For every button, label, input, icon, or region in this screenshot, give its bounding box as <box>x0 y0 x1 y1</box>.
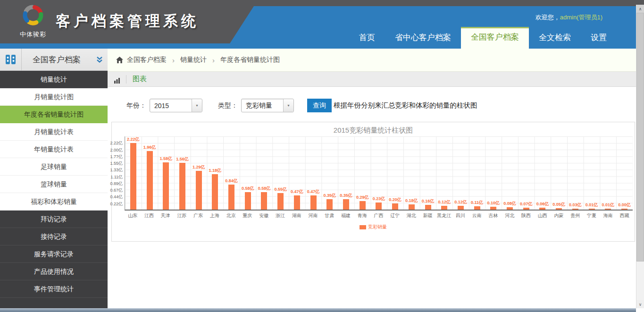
bar[interactable] <box>343 199 349 210</box>
sidebar-item-basketball-sales[interactable]: 篮球销量 <box>0 176 108 193</box>
bar[interactable] <box>360 201 366 210</box>
x-axis-label: 广西 <box>370 212 387 219</box>
bar-slot: 0.47亿 <box>289 136 305 210</box>
bar-slot: 0.10亿 <box>485 136 502 210</box>
bar[interactable] <box>294 195 300 210</box>
bar-value-label: 0.23亿 <box>373 196 385 202</box>
bar[interactable] <box>589 209 595 210</box>
nav-item-national-archive[interactable]: 全国客户档案 <box>461 27 529 49</box>
bar-value-label: 0.18亿 <box>405 198 418 204</box>
bar[interactable] <box>130 143 136 210</box>
sidebar-item-event-management-stats[interactable]: 事件管理统计 <box>0 280 108 298</box>
bar[interactable] <box>326 199 333 210</box>
year-select[interactable]: 2015 ▼ <box>150 99 202 112</box>
bar[interactable] <box>572 209 578 210</box>
tab-chart[interactable]: 图表 <box>133 75 147 84</box>
bar[interactable] <box>212 174 218 210</box>
x-axis-label: 天津 <box>157 212 174 219</box>
nav-item-settings[interactable]: 设置 <box>581 30 617 49</box>
x-axis-label: 贵州 <box>567 212 584 219</box>
nav-item-fulltext-search[interactable]: 全文检索 <box>529 30 581 49</box>
x-axis-label: 广东 <box>190 212 207 219</box>
bar[interactable] <box>409 204 415 210</box>
bar[interactable] <box>507 207 513 210</box>
bar[interactable] <box>490 207 496 210</box>
bar-value-label: 0.06亿 <box>536 201 549 207</box>
bar[interactable] <box>261 192 267 210</box>
filter-description: 根据年份分别来汇总竞彩和体彩的销量的柱状图 <box>334 101 477 110</box>
nav-item-province-archive[interactable]: 省中心客户档案 <box>385 30 461 49</box>
sidebar-item-service-request-records[interactable]: 服务请求记录 <box>0 245 108 263</box>
bar[interactable] <box>179 163 185 210</box>
bar[interactable] <box>441 206 447 210</box>
scroll-up-icon[interactable]: ∧ <box>636 5 644 13</box>
sidebar: 全国客户档案 销量统计 月销量统计图 年度各省销量统计图 月销量统计表 年销量统… <box>0 49 108 308</box>
sidebar-item-monthly-sales-table[interactable]: 月销量统计表 <box>0 123 108 141</box>
search-button[interactable]: 查询 <box>307 99 332 112</box>
chevron-down-icon[interactable]: ▼ <box>192 99 202 112</box>
bar[interactable] <box>425 205 431 210</box>
bar-value-label: 0.47亿 <box>307 189 320 195</box>
bar[interactable] <box>196 171 202 210</box>
bar[interactable] <box>392 203 398 210</box>
chevron-down-icon[interactable]: ▼ <box>283 99 293 112</box>
x-axis-label: 山西 <box>534 212 551 219</box>
bar[interactable] <box>621 209 627 210</box>
bar-value-label: 0.58亿 <box>242 186 254 192</box>
x-axis-label: 吉林 <box>485 212 502 219</box>
bar-slot: 0.00亿 <box>616 136 633 210</box>
bar-chart-icon <box>114 75 126 84</box>
y-tick-label: 2.22亿 <box>110 140 123 146</box>
y-tick-label: 1.33亿 <box>110 167 123 173</box>
sidebar-item-sales-stats[interactable]: 销量统计 <box>0 71 108 88</box>
welcome-user[interactable]: admin(管理员1) <box>560 14 602 21</box>
collapse-chevron-icon[interactable] <box>92 56 108 63</box>
bar[interactable] <box>277 193 284 210</box>
chart-legend[interactable]: 竞彩销量 <box>112 224 635 230</box>
sidebar-header[interactable]: 全国客户档案 <box>0 49 108 71</box>
y-tick-label: 0.44亿 <box>110 194 123 200</box>
bar-slot: 0.12亿 <box>452 136 469 210</box>
breadcrumb-item-annual-province-chart[interactable]: 年度各省销量统计图 <box>220 56 280 64</box>
bar[interactable] <box>376 202 382 210</box>
bar-slot: 0.29亿 <box>354 136 371 210</box>
x-axis-label: 上海 <box>207 212 223 219</box>
sidebar-item-annual-province-sales-chart[interactable]: 年度各省销量统计图 <box>0 106 108 123</box>
bar[interactable] <box>539 208 545 210</box>
sidebar-item-annual-sales-table[interactable]: 年销量统计表 <box>0 141 108 158</box>
horizontal-scrollbar[interactable] <box>0 308 636 312</box>
sidebar-item-monthly-sales-chart[interactable]: 月销量统计图 <box>0 88 108 106</box>
bar[interactable] <box>605 209 611 210</box>
sidebar-item-visit-records[interactable]: 拜访记录 <box>0 211 108 228</box>
bar[interactable] <box>523 208 529 210</box>
bar-value-label: 0.01亿 <box>602 202 614 208</box>
sidebar-item-welfare-sports-lottery-sales[interactable]: 福彩和体彩销量 <box>0 193 108 211</box>
bar[interactable] <box>458 206 464 210</box>
sidebar-item-product-usage[interactable]: 产品使用情况 <box>0 263 108 280</box>
bar[interactable] <box>310 195 317 210</box>
nav-item-home[interactable]: 首页 <box>349 30 385 49</box>
sidebar-item-reception-records[interactable]: 接待记录 <box>0 228 108 245</box>
content: 全国客户档案 › 销量统计 › 年度各省销量统计图 图表 年份： 2015 ▼ … <box>108 49 636 308</box>
vertical-scrollbar-thumb[interactable] <box>636 13 644 261</box>
bar-value-label: 0.47亿 <box>291 189 303 195</box>
scroll-down-icon[interactable]: ∨ <box>636 300 644 308</box>
x-axis-label: 黑龙江 <box>436 212 452 219</box>
bar-value-label: 0.29亿 <box>356 194 369 201</box>
vertical-scrollbar[interactable]: ∧ ∨ <box>636 5 644 308</box>
sidebar-item-football-sales[interactable]: 足球销量 <box>0 158 108 176</box>
app-title: 客户档案管理系统 <box>56 11 199 31</box>
breadcrumb-item-national-archive[interactable]: 全国客户档案 <box>127 56 167 64</box>
bar[interactable] <box>228 185 234 210</box>
x-axis-label: 内蒙 <box>551 212 567 219</box>
bar[interactable] <box>474 206 480 210</box>
home-icon[interactable] <box>116 57 123 63</box>
bar-slot: 0.06亿 <box>535 136 551 210</box>
bar[interactable] <box>556 208 562 210</box>
legend-swatch-icon <box>360 225 366 229</box>
bar[interactable] <box>163 162 169 210</box>
bar[interactable] <box>245 192 251 210</box>
bar[interactable] <box>147 151 153 210</box>
breadcrumb-item-sales-stats[interactable]: 销量统计 <box>180 56 207 64</box>
type-select[interactable]: 竞彩销量 ▼ <box>241 99 294 112</box>
